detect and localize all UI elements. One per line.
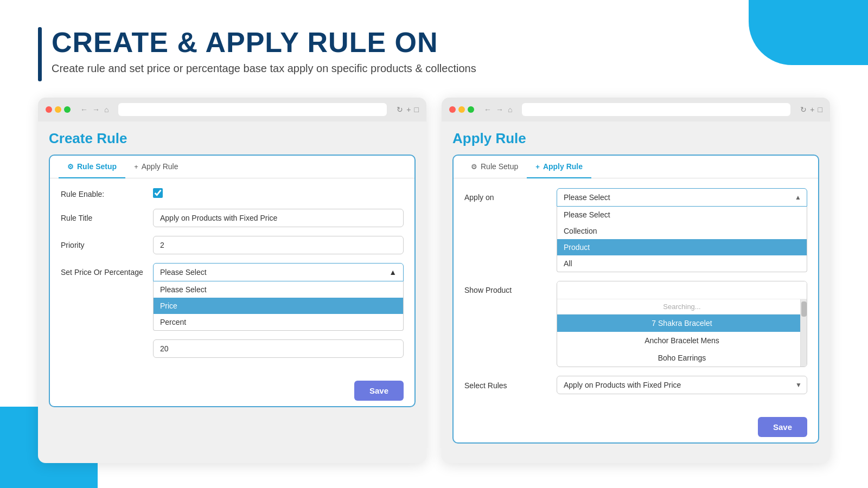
product-item-2[interactable]: Boho Earrings — [557, 349, 807, 367]
apply-on-dropdown: Please Select ▲ Please Select Collection… — [557, 188, 807, 272]
apply-option-collection[interactable]: Collection — [557, 223, 807, 239]
scrollbar-thumb[interactable] — [801, 301, 807, 317]
apply-rule-footer: Save — [454, 413, 818, 442]
apply-on-list: Please Select Collection Product All — [557, 207, 807, 272]
apply-option-please-select[interactable]: Please Select — [557, 207, 807, 223]
apply-rule-inner: Apply Rule ⚙ Rule Setup + Apply Rule — [442, 121, 830, 452]
tab-rule-setup-label-right: Rule Setup — [481, 162, 518, 171]
tab-apply-rule-label-right: Apply Rule — [543, 162, 583, 171]
apply-option-all[interactable]: All — [557, 255, 807, 272]
browser-toolbar-right: ← → ⌂ ↻ + □ — [442, 98, 830, 121]
apply-option-product[interactable]: Product — [557, 239, 807, 255]
show-product-label: Show Product — [464, 281, 557, 294]
browser-nav-right: ← → ⌂ — [484, 105, 512, 114]
dot-red[interactable] — [46, 106, 52, 113]
tab-rule-setup-right[interactable]: ⚙ Rule Setup — [462, 156, 527, 178]
apply-rule-tabs: ⚙ Rule Setup + Apply Rule — [454, 156, 818, 178]
rule-enable-row: Rule Enable: — [61, 188, 404, 200]
apply-rule-form: Apply on Please Select ▲ Please Select — [454, 178, 818, 413]
priority-input[interactable] — [153, 236, 404, 254]
product-item-0[interactable]: 7 Shakra Bracelet — [557, 314, 807, 332]
create-rule-title: Create Rule — [49, 130, 416, 147]
tab-rule-setup-label-left: Rule Setup — [77, 162, 117, 171]
priority-label: Priority — [61, 241, 153, 249]
dot-green-right[interactable] — [468, 106, 474, 113]
create-rule-save-button[interactable]: Save — [354, 381, 404, 401]
plus-icon-right[interactable]: + — [810, 105, 814, 114]
create-rule-inner: Create Rule ⚙ Rule Setup + Apply Rule — [38, 121, 426, 416]
panels-container: ← → ⌂ ↻ + □ Create Rule ⚙ — [38, 98, 830, 463]
nav-back-right[interactable]: ← — [484, 105, 492, 114]
header-section: CREATE & APPLY RULE ON Create rule and s… — [38, 27, 830, 81]
dot-green[interactable] — [64, 106, 71, 113]
nav-forward-right[interactable]: → — [496, 105, 503, 114]
set-price-selected: Please Select — [160, 268, 207, 277]
amount-input[interactable] — [153, 339, 404, 358]
apply-on-selected: Please Select — [564, 193, 610, 202]
set-price-list: Please Select Price Percent — [153, 281, 404, 331]
set-price-option-please-select[interactable]: Please Select — [154, 281, 403, 298]
apply-on-control: Please Select ▲ Please Select Collection… — [557, 188, 807, 272]
select-rules-label: Select Rules — [464, 376, 557, 390]
set-price-control: Please Select ▲ Please Select Price Perc… — [153, 263, 404, 331]
tab-apply-rule-left[interactable]: + Apply Rule — [125, 156, 187, 178]
browser-dots-right — [449, 106, 474, 113]
product-item-1[interactable]: Anchor Bracelet Mens — [557, 332, 807, 349]
product-search-input[interactable] — [557, 281, 807, 299]
window-icon-right[interactable]: □ — [818, 105, 822, 114]
apply-on-label: Apply on — [464, 188, 557, 202]
plus-tab-icon-right: + — [535, 163, 540, 171]
browser-toolbar-left: ← → ⌂ ↻ + □ — [38, 98, 426, 121]
set-price-dropdown: Please Select ▲ Please Select Price Perc… — [153, 263, 404, 331]
address-bar-left[interactable] — [118, 103, 387, 116]
set-price-row: Set Price Or Percentage Please Select ▲ … — [61, 263, 404, 331]
priority-control — [153, 236, 404, 254]
toolbar-right-left: ↻ + □ — [397, 105, 419, 114]
set-price-option-price[interactable]: Price — [154, 298, 403, 314]
create-rule-card: ⚙ Rule Setup + Apply Rule Rule Enable: — [49, 155, 416, 407]
amount-row — [61, 339, 404, 358]
gear-icon-left: ⚙ — [67, 163, 74, 171]
plus-icon-left[interactable]: + — [406, 105, 411, 114]
plus-tab-icon-left: + — [134, 163, 138, 171]
set-price-option-percent[interactable]: Percent — [154, 314, 403, 330]
window-icon-left[interactable]: □ — [414, 105, 419, 114]
tab-apply-rule-label-left: Apply Rule — [142, 162, 178, 171]
address-bar-right[interactable] — [522, 103, 790, 116]
apply-rule-panel: ← → ⌂ ↻ + □ Apply Rule ⚙ — [442, 98, 830, 463]
page-title: CREATE & APPLY RULE ON — [52, 27, 476, 58]
nav-home-left[interactable]: ⌂ — [104, 105, 108, 114]
select-rules-control: Apply on Products with Fixed Price ▼ — [557, 376, 807, 394]
rule-enable-label: Rule Enable: — [61, 190, 153, 198]
browser-nav-left: ← → ⌂ — [80, 105, 108, 114]
apply-rule-title: Apply Rule — [452, 130, 819, 147]
select-rules-select[interactable]: Apply on Products with Fixed Price — [557, 376, 807, 394]
refresh-icon-right[interactable]: ↻ — [800, 105, 807, 114]
dot-yellow[interactable] — [55, 106, 61, 113]
rule-enable-control — [153, 188, 404, 200]
dot-red-right[interactable] — [449, 106, 456, 113]
nav-forward-left[interactable]: → — [92, 105, 100, 114]
set-price-arrow: ▲ — [389, 268, 397, 277]
create-rule-tabs: ⚙ Rule Setup + Apply Rule — [50, 156, 414, 178]
create-rule-form: Rule Enable: Rule Title — [50, 178, 414, 376]
browser-dots-left — [46, 106, 71, 113]
tab-apply-rule-right[interactable]: + Apply Rule — [527, 156, 591, 178]
create-rule-panel: ← → ⌂ ↻ + □ Create Rule ⚙ — [38, 98, 426, 463]
nav-home-right[interactable]: ⌂ — [508, 105, 512, 114]
set-price-trigger[interactable]: Please Select ▲ — [153, 263, 404, 281]
apply-rule-save-button[interactable]: Save — [758, 417, 807, 437]
apply-on-trigger[interactable]: Please Select ▲ — [557, 188, 807, 207]
apply-rule-card: ⚙ Rule Setup + Apply Rule Apply on — [452, 155, 819, 444]
priority-row: Priority — [61, 236, 404, 254]
header-bar — [38, 27, 42, 81]
show-product-row: Show Product Searching... 7 Shakra Brace… — [464, 281, 807, 367]
rule-title-input[interactable] — [153, 209, 404, 227]
nav-back-left[interactable]: ← — [80, 105, 88, 114]
rule-title-label: Rule Title — [61, 214, 153, 222]
rule-enable-checkbox[interactable] — [153, 188, 163, 198]
refresh-icon-left[interactable]: ↻ — [397, 105, 403, 114]
product-search-box: Searching... 7 Shakra Bracelet Anchor Br… — [557, 281, 807, 367]
tab-rule-setup-left[interactable]: ⚙ Rule Setup — [59, 156, 125, 178]
dot-yellow-right[interactable] — [458, 106, 465, 113]
